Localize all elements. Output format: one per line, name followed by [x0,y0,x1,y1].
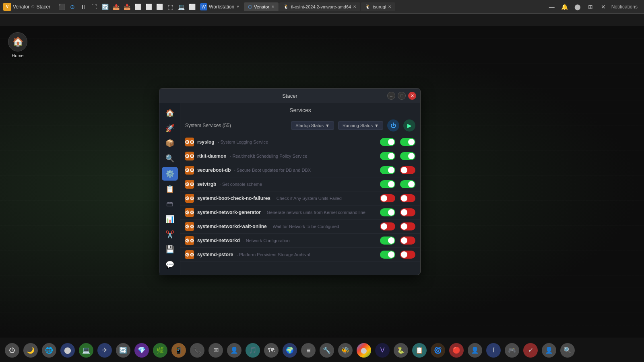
running-toggle[interactable] [400,194,415,202]
toolbar-icon-pause[interactable]: ⏸ [78,2,88,12]
window-maximize-btn[interactable]: □ [398,92,406,100]
taskbar-icon-clipboard[interactable]: 📋 [411,341,428,359]
taskbar-icon-display[interactable]: 🖥 [299,341,317,359]
sidebar-item-search[interactable]: 🔍 [162,152,178,165]
startup-toggle[interactable] [380,166,395,174]
taskbar-icon-power[interactable]: ⏻ [3,341,21,359]
tab-tl-osint-close[interactable]: ✕ [353,4,356,9]
toolbar-icon-12[interactable]: ⬜ [187,2,197,12]
taskbar-icon-person3[interactable]: 👤 [540,341,558,359]
toolbar-icon-8[interactable]: ⬜ [144,2,153,12]
startup-toggle[interactable] [380,180,395,188]
taskbar-icon-person[interactable]: 👤 [225,341,243,359]
topbar-right: — 🔔 ⬤ ⊞ ✕ Notifications [547,2,644,12]
taskbar-icon-chrome[interactable]: ⬤ [355,341,373,359]
service-row: ⚙systemd-pstore- Platform Persistent Sto… [180,248,420,262]
taskbar-icon-redcheck[interactable]: ✓ [522,341,539,359]
sidebar-item-startup[interactable]: 🚀 [162,121,178,135]
running-toggle[interactable] [400,166,415,174]
sidebar-item-apps[interactable]: 📦 [162,136,178,150]
toolbar-icon-11[interactable]: 💻 [176,2,186,12]
app-label: Venator [13,4,29,10]
service-icon: ⚙ [185,180,194,189]
toolbar-icon-9[interactable]: ⬜ [155,2,164,12]
taskbar-icon-orange[interactable]: 📱 [170,341,188,359]
toolbar-icon-5[interactable]: 📤 [111,2,121,12]
toolbar-icon-7[interactable]: ⬜ [133,2,142,12]
running-toggle[interactable] [400,208,415,216]
sidebar-item-logs[interactable]: 💬 [162,258,178,272]
running-toggle[interactable] [400,251,415,259]
taskbar-icon-moon[interactable]: 🌙 [22,341,39,359]
running-toggle[interactable] [400,237,415,245]
taskbar-icon-telegram[interactable]: ✈ [96,341,114,359]
running-status-dropdown[interactable]: Running Status ▼ [338,121,383,130]
taskbar-icon-phone[interactable]: 📞 [188,341,206,359]
taskbar-icon-swirl[interactable]: 🌀 [429,341,447,359]
startup-toggle[interactable] [380,208,395,216]
window-close-btn[interactable]: ✕ [408,92,416,100]
taskbar-icon-refresh[interactable]: 🔄 [114,341,132,359]
startup-toggle[interactable] [380,251,395,259]
taskbar-icon-search[interactable]: 🔍 [559,341,576,359]
startup-toggle[interactable] [380,194,395,202]
taskbar-icon-music[interactable]: 🎵 [244,341,262,359]
taskbar-icon-green2[interactable]: 🌿 [151,341,169,359]
tab-tsurugi-close[interactable]: ✕ [388,4,391,9]
running-toggle[interactable] [400,222,415,230]
sidebar-item-dashboard[interactable]: 🏠 [162,106,178,120]
running-toggle[interactable] [400,180,415,188]
notification-bell-icon[interactable]: 🔔 [560,2,570,12]
sidebar-item-settings[interactable]: ⚙️ [162,167,178,181]
service-description: - System Logging Service [218,140,377,144]
taskbar-icon-purple[interactable]: 💎 [133,341,151,359]
sidebar-item-terminal[interactable]: 💾 [162,243,178,257]
taskbar-icon-facebook[interactable]: f [485,341,502,359]
sidebar-item-tools[interactable]: ✂️ [162,228,178,241]
tab-venator-close[interactable]: ✕ [271,4,275,9]
toolbar-icon-2[interactable]: ⊙ [68,2,77,12]
toolbar-icons: ⬛ ⊙ ⏸ ⛶ 🔄 📤 📥 ⬜ ⬜ ⬜ ⬚ 💻 ⬜ [57,2,197,12]
sidebar-item-resources[interactable]: 📊 [162,212,178,226]
close-topbar-icon[interactable]: ✕ [599,2,608,12]
home-desktop-icon[interactable]: 🏠 Home [8,32,27,58]
service-row: ⚙systemd-networkd-wait-online- Wait for … [180,220,420,234]
sidebar-item-apt[interactable]: 🗃 [162,197,178,211]
toolbar-icon-1[interactable]: ⬛ [57,2,66,12]
expand-icon[interactable]: ⊞ [586,2,595,12]
startup-toggle[interactable] [380,152,395,160]
startup-status-dropdown[interactable]: Startup Status ▼ [291,121,334,130]
toolbar-icon-10[interactable]: ⬚ [165,2,175,12]
startup-toggle[interactable] [380,138,395,146]
toolbar-icon-6[interactable]: 📥 [122,2,132,12]
taskbar-icon-globe[interactable]: 🌐 [40,341,58,359]
taskbar-icon-v[interactable]: V [374,341,391,359]
taskbar-icon-red-tool[interactable]: 🔴 [448,341,465,359]
circle-icon[interactable]: ⬤ [573,2,582,12]
startup-toggle[interactable] [380,237,395,245]
taskbar-icon-tool[interactable]: 🔧 [318,341,336,359]
tab-tsurugi[interactable]: 🐧 tsurugi ✕ [361,2,395,11]
taskbar-icon-snake[interactable]: 🐍 [392,341,410,359]
workstation-arrow[interactable]: ▼ [236,4,240,9]
toolbar-icon-4[interactable]: 🔄 [100,2,110,12]
window-minimize-btn[interactable]: – [387,92,395,100]
running-toggle[interactable] [400,138,415,146]
service-icon: ⚙ [185,250,194,259]
startup-toggle[interactable] [380,222,395,230]
taskbar-icon-world[interactable]: 🌍 [281,341,299,359]
taskbar-icon-person2[interactable]: 👤 [466,341,484,359]
minimize-icon[interactable]: — [547,2,557,12]
toolbar-icon-3[interactable]: ⛶ [89,2,99,12]
tab-tl-osint[interactable]: 🐧 tl-osint-2024.2-vmware-amd64 ✕ [279,2,360,11]
running-toggle[interactable] [400,152,415,160]
taskbar-icon-bee[interactable]: 🐝 [336,341,354,359]
taskbar-icon-terminal[interactable]: 💻 [77,341,95,359]
taskbar-icon-map[interactable]: 🗺 [262,341,280,359]
tab-venator[interactable]: ⬡ Venator ✕ [244,2,279,11]
taskbar-icon-mail[interactable]: ✉ [207,341,225,359]
taskbar-icon-blue[interactable]: ⬤ [59,341,76,359]
taskbar-icon-game[interactable]: 🎮 [503,341,521,359]
sidebar-item-packages[interactable]: 📋 [162,182,178,196]
service-icon: ⚙ [185,166,194,175]
